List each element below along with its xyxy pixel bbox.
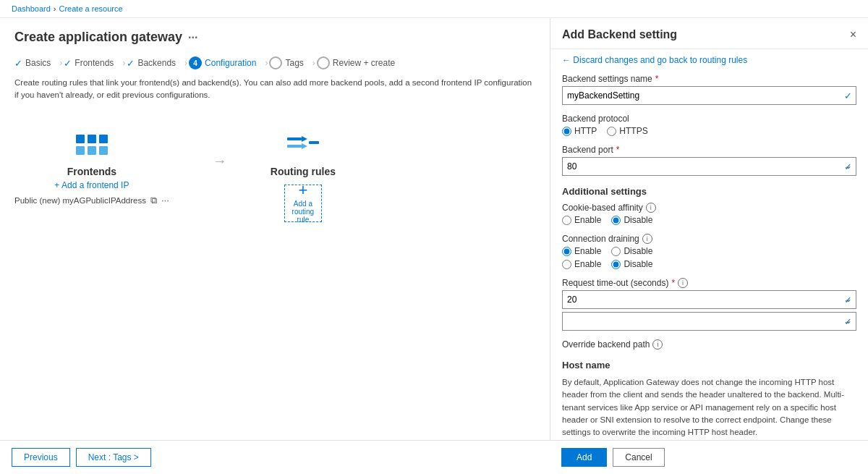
page-description: Create routing rules that link your fron… [14, 77, 535, 102]
close-button[interactable]: × [850, 28, 856, 41]
connection-draining-info-icon[interactable]: i [642, 234, 652, 244]
breadcrumb-create-resource[interactable]: Create a resource [59, 4, 123, 13]
canvas-routing-box: Routing rules + Add a routing rule [271, 131, 336, 222]
cookie-affinity-disable-option[interactable]: Disable [611, 215, 652, 225]
right-panel-body: Backend settings name * ✓ Backend protoc… [550, 71, 868, 472]
frontend-ip-value: Public (new) myAGPublicIPAddress ⧉ ··· [14, 195, 169, 206]
backend-port-label: Backend port * [562, 145, 856, 155]
connection-draining-disable2-option[interactable]: Disable [611, 259, 652, 269]
svg-rect-0 [76, 135, 85, 143]
svg-rect-8 [287, 145, 302, 148]
port-check-icon: ✓ [844, 161, 852, 172]
step-backends-label: Backends [137, 58, 176, 68]
add-frontend-ip-link[interactable]: + Add a frontend IP [54, 180, 129, 190]
svg-rect-6 [287, 137, 302, 140]
frontends-icon [73, 131, 111, 163]
page-title-text: Create application gateway [14, 30, 182, 45]
protocol-https-option[interactable]: HTTPS [607, 126, 647, 136]
routing-rules-label: Routing rules [271, 166, 336, 177]
connection-draining-field: Connection draining i Enable Disable [562, 234, 856, 269]
canvas: Frontends + Add a frontend IP Public (ne… [14, 117, 535, 237]
connection-draining-row1: Enable Disable [562, 246, 856, 256]
right-panel: Add Backend setting × ← Discard changes … [550, 18, 868, 472]
cookie-affinity-enable-option[interactable]: Enable [562, 215, 601, 225]
field-check-icon: ✓ [844, 90, 852, 101]
step-backends-check: ✓ [127, 58, 135, 69]
backend-protocol-field: Backend protocol HTTP HTTPS [562, 114, 856, 136]
backend-protocol-radio-group: HTTP HTTPS [562, 126, 856, 136]
add-routing-rule-plus-icon: + [298, 182, 307, 198]
cookie-affinity-info-icon[interactable]: i [646, 203, 656, 213]
connection-draining-row2: Enable Disable [562, 259, 856, 269]
svg-rect-5 [99, 146, 108, 155]
connection-draining-disable1-radio[interactable] [611, 247, 621, 256]
request-timeout-info-icon[interactable]: i [678, 278, 688, 288]
override-path-info-icon[interactable]: i [652, 339, 663, 350]
override-backend-path-label: Override backend path i [562, 339, 856, 350]
step-frontends[interactable]: ✓ Frontends [64, 55, 121, 72]
step-frontends-label: Frontends [75, 58, 114, 68]
timeout-check-icon: ✓ [844, 295, 852, 305]
svg-marker-7 [302, 136, 307, 142]
request-timeout-input[interactable] [562, 290, 856, 309]
cancel-button[interactable]: Cancel [613, 448, 664, 467]
protocol-http-option[interactable]: HTTP [562, 126, 597, 136]
step-review[interactable]: Review + create [317, 54, 402, 72]
step-review-empty [317, 56, 330, 69]
back-to-routing-rules-link[interactable]: ← Discard changes and go back to routing… [550, 49, 868, 71]
step-configuration-label: Configuration [205, 58, 256, 68]
step-frontends-check: ✓ [64, 58, 72, 69]
backend-settings-name-label: Backend settings name * [562, 74, 856, 84]
cookie-affinity-disable-radio[interactable] [611, 216, 621, 225]
left-panel: Create application gateway ··· ✓ Basics … [0, 18, 550, 472]
right-panel-header: Add Backend setting × [550, 18, 868, 49]
request-timeout-input2[interactable] [562, 312, 856, 331]
wizard-steps: ✓ Basics › ✓ Frontends › ✓ Backends › 4 … [14, 54, 535, 72]
svg-rect-10 [309, 141, 319, 144]
backend-port-input[interactable] [562, 157, 856, 176]
host-name-description: By default, Application Gateway does not… [562, 376, 856, 439]
request-timeout-field: Request time-out (seconds) * i ✓ ✓ [562, 278, 856, 331]
frontends-label: Frontends [67, 166, 116, 177]
connection-draining-disable1-option[interactable]: Disable [611, 246, 652, 256]
backend-settings-name-field: Backend settings name * ✓ [562, 74, 856, 105]
step-review-label: Review + create [333, 58, 395, 68]
previous-button[interactable]: Previous [12, 448, 70, 467]
connection-draining-enable1-radio[interactable] [562, 247, 571, 256]
breadcrumb: Dashboard › Create a resource [0, 0, 868, 18]
connection-draining-enable2-radio[interactable] [562, 260, 571, 269]
page-options-menu[interactable]: ··· [188, 31, 197, 44]
next-tags-button[interactable]: Next : Tags > [76, 448, 151, 467]
backend-protocol-label: Backend protocol [562, 114, 856, 124]
breadcrumb-dashboard[interactable]: Dashboard [12, 4, 51, 13]
svg-marker-9 [302, 143, 307, 149]
additional-settings-header: Additional settings [562, 186, 856, 197]
frontends-svg-icon [75, 133, 109, 161]
step-configuration[interactable]: 4 Configuration [189, 54, 263, 72]
step-tags[interactable]: Tags [269, 54, 310, 72]
add-routing-rule-button[interactable]: + Add a routing rule [284, 185, 322, 222]
routing-add-container: + Add a routing rule [284, 185, 322, 222]
connection-draining-disable2-radio[interactable] [611, 260, 621, 269]
request-timeout-label: Request time-out (seconds) * i [562, 278, 856, 288]
protocol-https-radio[interactable] [607, 127, 616, 136]
ellipsis-icon[interactable]: ··· [161, 195, 169, 206]
backend-settings-name-input[interactable] [562, 86, 856, 105]
canvas-arrow: → [213, 153, 227, 169]
connection-draining-enable2-option[interactable]: Enable [562, 259, 601, 269]
host-name-section-header: Host name [562, 360, 856, 371]
copy-icon[interactable]: ⧉ [150, 195, 157, 206]
required-star: * [655, 74, 659, 84]
step-configuration-number: 4 [189, 56, 202, 69]
step-backends[interactable]: ✓ Backends [127, 55, 183, 72]
cookie-affinity-radio-group: Enable Disable [562, 215, 856, 225]
connection-draining-enable1-option[interactable]: Enable [562, 246, 601, 256]
protocol-http-radio[interactable] [562, 127, 571, 136]
add-button[interactable]: Add [561, 448, 607, 467]
cookie-affinity-enable-radio[interactable] [562, 216, 571, 225]
step-tags-empty [269, 56, 282, 69]
right-panel-title: Add Backend setting [562, 28, 677, 41]
required-star-port: * [616, 145, 620, 155]
svg-rect-2 [99, 135, 108, 143]
step-basics[interactable]: ✓ Basics [14, 55, 58, 72]
